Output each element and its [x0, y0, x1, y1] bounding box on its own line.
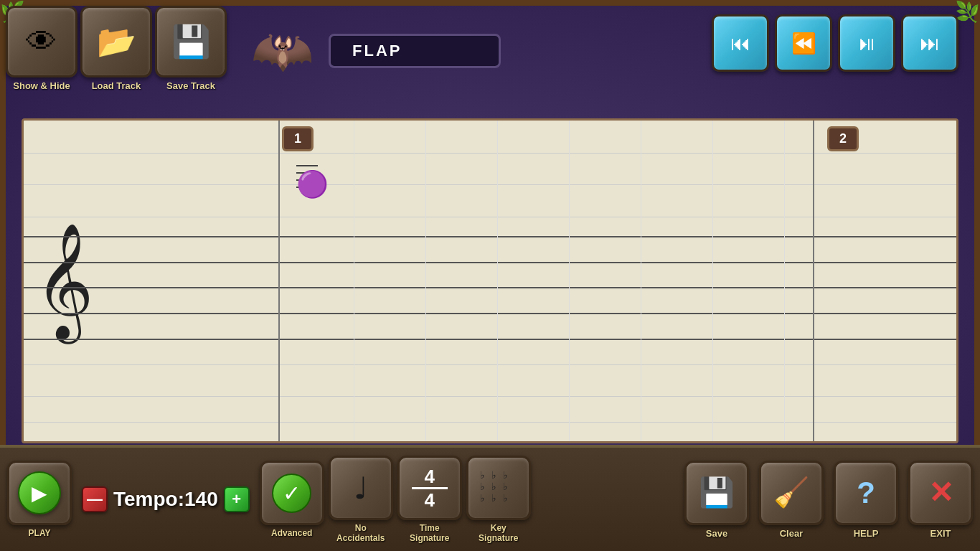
svg-text:♭: ♭ — [491, 469, 496, 481]
staff-line-4 — [24, 313, 956, 314]
staff-divider-5 — [24, 396, 956, 397]
measure-1-number: 1 — [282, 126, 314, 151]
no-accidentals-label: No Accidentals — [336, 523, 385, 543]
character-area: 🦇 Flap — [242, 11, 501, 90]
staff-inner: 𝄞 1 2 — [24, 121, 956, 441]
save-track-icon: 💾 — [171, 23, 211, 60]
tempo-area: — Tempo:140 + — [82, 486, 250, 512]
time-signature-icon-box: 4 4 — [397, 456, 462, 520]
tempo-display: Tempo:140 — [113, 488, 218, 511]
staff-divider-4 — [24, 364, 956, 365]
help-label: HELP — [854, 528, 879, 539]
save-label: Save — [706, 528, 727, 539]
load-track-button[interactable]: 📂 Load Track — [80, 6, 152, 91]
load-track-label: Load Track — [92, 80, 141, 91]
show-hide-icon-box: 👁 — [6, 6, 77, 77]
save-track-button[interactable]: 💾 Save Track — [155, 6, 227, 91]
staff-line-2 — [24, 262, 956, 263]
skip-back-button[interactable]: ⏮ — [712, 14, 769, 72]
character-name: Flap — [352, 42, 402, 60]
save-track-label: Save Track — [166, 80, 215, 91]
tempo-plus-button[interactable]: + — [224, 486, 250, 512]
svg-text:♭: ♭ — [491, 481, 496, 492]
staff-line-3 — [24, 287, 956, 288]
time-signature-button[interactable]: 4 4 Time Signature — [397, 456, 462, 543]
rewind-icon: ⏪ — [791, 32, 816, 55]
play-button[interactable]: ▶ PLAY — [7, 461, 72, 538]
play-icon-inner: ▶ — [18, 471, 61, 514]
play-pause-button[interactable]: ⏯ — [838, 14, 895, 72]
beat-line-3 — [497, 121, 498, 441]
measure-1-line — [278, 121, 280, 441]
tempo-minus-icon: — — [87, 490, 103, 509]
load-track-icon: 📂 — [97, 23, 136, 60]
play-label: PLAY — [29, 528, 51, 538]
beat-line-5 — [641, 121, 641, 441]
rewind-button[interactable]: ⏪ — [775, 14, 832, 72]
exit-icon-box: ✕ — [908, 461, 973, 525]
key-signature-button[interactable]: ♭ ♭ ♭ ♭ ♭ ♭ ♭ ♭ ♭ Key Signature — [466, 456, 531, 543]
svg-text:♭: ♭ — [503, 481, 508, 492]
beat-line-1 — [354, 121, 354, 441]
svg-text:♭: ♭ — [480, 481, 485, 492]
no-accidentals-button[interactable]: ♩ No Accidentals — [329, 456, 393, 543]
play-pause-icon: ⏯ — [857, 32, 877, 55]
clear-icon-box: 🧹 — [759, 461, 824, 525]
advanced-button[interactable]: ✓ Advanced — [260, 461, 324, 538]
exit-label: EXIT — [930, 528, 951, 539]
play-icon-box: ▶ — [7, 461, 72, 525]
exit-button[interactable]: ✕ EXIT — [908, 461, 973, 539]
time-signature-label: Time Signature — [410, 523, 449, 543]
beat-line-4 — [569, 121, 570, 441]
staff-divider-3 — [24, 217, 956, 217]
clear-label: Clear — [780, 528, 804, 539]
load-track-icon-box: 📂 — [80, 6, 152, 77]
save-track-icon-box: 💾 — [155, 6, 227, 77]
time-signature-display: 4 4 — [412, 467, 448, 509]
clear-icon: 🧹 — [773, 476, 809, 509]
help-button[interactable]: ? HELP — [834, 461, 898, 539]
staff-line-5 — [24, 339, 956, 340]
clear-button[interactable]: 🧹 Clear — [759, 461, 824, 539]
staff-divider-6 — [24, 422, 956, 423]
skip-forward-button[interactable]: ⏭ — [901, 14, 958, 72]
staff-line-1 — [24, 236, 956, 237]
beat-line-7 — [784, 121, 785, 441]
save-icon-box: 💾 — [684, 461, 749, 525]
playback-controls: ⏮ ⏪ ⏯ ⏭ — [712, 14, 958, 72]
checkmark-symbol: ✓ — [283, 481, 301, 506]
bottom-toolbar: ▶ PLAY — Tempo:140 + ✓ Advanced ♩ No Acc… — [0, 445, 980, 551]
tempo-minus-button[interactable]: — — [82, 486, 108, 512]
play-icon: ▶ — [32, 481, 47, 505]
show-hide-button[interactable]: 👁 Show & Hide — [6, 6, 77, 91]
tempo-plus-icon: + — [232, 490, 241, 509]
time-sig-bottom: 4 — [425, 491, 435, 509]
key-signature-icon: ♭ ♭ ♭ ♭ ♭ ♭ ♭ ♭ ♭ — [479, 466, 518, 510]
checkmark-icon: ✓ — [272, 474, 311, 513]
staff-divider-1 — [24, 153, 956, 154]
skip-back-icon: ⏮ — [730, 32, 750, 55]
staff-container[interactable]: 𝄞 1 2 — [22, 118, 958, 443]
staff-divider-2 — [24, 184, 956, 185]
note-icon: ♩ — [354, 471, 368, 506]
svg-text:♭: ♭ — [480, 469, 485, 481]
skip-forward-icon: ⏭ — [920, 32, 940, 55]
key-signature-label: Key Signature — [479, 523, 518, 543]
measure-2-line — [813, 121, 814, 441]
svg-text:♭: ♭ — [491, 492, 496, 504]
help-icon-box: ? — [834, 461, 898, 525]
show-hide-label: Show & Hide — [13, 80, 70, 91]
save-icon: 💾 — [699, 476, 735, 509]
key-signature-icon-box: ♭ ♭ ♭ ♭ ♭ ♭ ♭ ♭ ♭ — [466, 456, 531, 520]
beat-line-6 — [712, 121, 713, 441]
show-hide-icon: 👁 — [26, 24, 57, 60]
measure-2-number: 2 — [827, 126, 859, 151]
no-accidentals-icon-box: ♩ — [329, 456, 393, 520]
save-button[interactable]: 💾 Save — [684, 461, 749, 539]
advanced-icon-box: ✓ — [260, 461, 324, 525]
character-sprite: 🦇 — [242, 11, 321, 90]
svg-text:♭: ♭ — [503, 492, 508, 504]
treble-clef: 𝄞 — [34, 231, 94, 331]
character-name-box: Flap — [329, 34, 501, 68]
time-sig-top: 4 — [425, 467, 435, 486]
